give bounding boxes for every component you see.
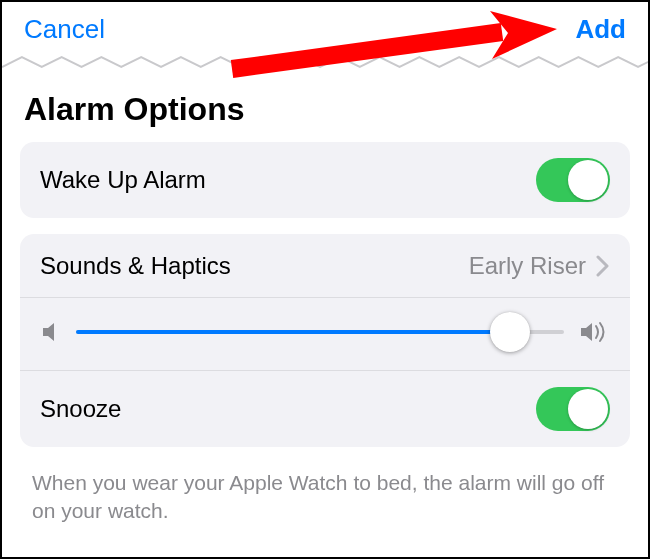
add-button[interactable]: Add xyxy=(575,14,626,45)
sounds-card: Sounds & Haptics Early Riser Snooze xyxy=(20,234,630,447)
snooze-row[interactable]: Snooze xyxy=(20,371,630,447)
slider-knob[interactable] xyxy=(490,312,530,352)
snooze-toggle[interactable] xyxy=(536,387,610,431)
sounds-row[interactable]: Sounds & Haptics Early Riser xyxy=(20,234,630,298)
volume-row xyxy=(20,298,630,371)
wake-up-card: Wake Up Alarm xyxy=(20,142,630,218)
wake-up-label: Wake Up Alarm xyxy=(40,166,536,194)
cancel-button[interactable]: Cancel xyxy=(24,14,105,45)
section-title: Alarm Options xyxy=(2,77,648,142)
sounds-value: Early Riser xyxy=(469,252,586,280)
sounds-label: Sounds & Haptics xyxy=(40,252,469,280)
chevron-right-icon xyxy=(596,255,610,277)
volume-low-icon xyxy=(40,320,62,344)
wake-up-toggle[interactable] xyxy=(536,158,610,202)
torn-edge xyxy=(2,53,648,73)
wake-up-row[interactable]: Wake Up Alarm xyxy=(20,142,630,218)
nav-bar: Cancel Add xyxy=(2,2,648,53)
snooze-label: Snooze xyxy=(40,395,536,423)
volume-slider[interactable] xyxy=(76,310,564,354)
footer-note: When you wear your Apple Watch to bed, t… xyxy=(2,463,648,526)
volume-high-icon xyxy=(578,320,610,344)
slider-fill xyxy=(76,330,510,334)
